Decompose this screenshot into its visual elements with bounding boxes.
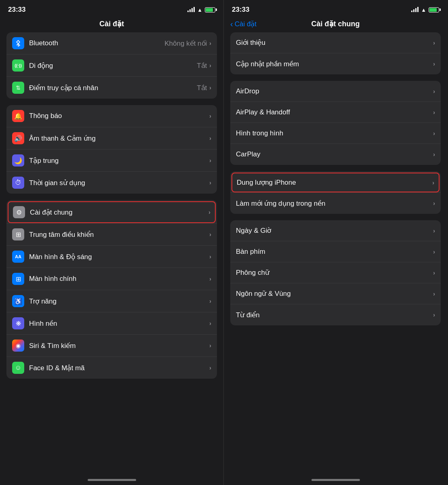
row-background-app[interactable]: Làm mới ứng dụng trong nền › — [230, 193, 441, 214]
row-cellular[interactable]: ((·)) Di động Tắt › — [6, 55, 217, 77]
accessibility-icon: ♿ — [12, 295, 24, 307]
background-app-label: Làm mới ứng dụng trong nền — [236, 199, 433, 208]
right-wifi-icon: ▲ — [421, 7, 426, 13]
hotspot-label: Điểm truy cập cá nhân — [29, 84, 197, 92]
row-carplay[interactable]: CarPlay › — [230, 144, 441, 165]
faceid-chevron: › — [209, 365, 211, 371]
focus-chevron: › — [209, 157, 211, 164]
carplay-chevron: › — [433, 151, 435, 158]
cellular-label: Di động — [29, 61, 197, 70]
date-time-label: Ngày & Giờ — [236, 226, 433, 235]
control-label: Trung tâm điều khiển — [29, 230, 209, 239]
row-faceid[interactable]: ☺ Face ID & Mật mã › — [6, 357, 217, 379]
font-chevron: › — [433, 270, 435, 276]
row-screentime[interactable]: ⏱ Thời gian sử dụng › — [6, 172, 217, 194]
row-bluetooth[interactable]: Bluetooth Không kết nối › — [6, 32, 217, 55]
hotspot-icon: ⇅ — [12, 82, 24, 94]
left-scroll[interactable]: Bluetooth Không kết nối › ((·)) Di động … — [0, 32, 223, 476]
sounds-label: Âm thanh & Cảm ứng — [29, 134, 209, 143]
row-pip[interactable]: Hình trong hình › — [230, 123, 441, 144]
row-dictionary[interactable]: Từ điển › — [230, 304, 441, 325]
screentime-icon: ⏱ — [12, 177, 24, 189]
faceid-label: Face ID & Mật mã — [29, 364, 209, 372]
group-info: Giới thiệu › Cập nhật phần mềm › — [230, 32, 441, 74]
row-language-region[interactable]: Ngôn ngữ & Vùng › — [230, 283, 441, 304]
language-region-label: Ngôn ngữ & Vùng — [236, 289, 433, 298]
right-nav-title: Cài đặt chung — [311, 19, 360, 28]
row-hotspot[interactable]: ⇅ Điểm truy cập cá nhân Tắt › — [6, 77, 217, 99]
sounds-chevron: › — [209, 135, 211, 141]
carplay-label: CarPlay — [236, 150, 433, 158]
dictionary-chevron: › — [433, 312, 435, 318]
accessibility-label: Trợ năng — [29, 297, 209, 306]
row-date-time[interactable]: Ngày & Giờ › — [230, 220, 441, 241]
row-siri[interactable]: ◉ Siri & Tìm kiếm › — [6, 335, 217, 357]
right-nav-header: ‹ Cài đặt Cài đặt chung — [224, 18, 447, 32]
right-scroll[interactable]: Giới thiệu › Cập nhật phần mềm › AirDrop… — [224, 32, 447, 476]
screentime-label: Thời gian sử dụng — [29, 179, 209, 187]
accessibility-chevron: › — [209, 298, 211, 304]
right-battery-icon — [429, 7, 439, 13]
keyboard-chevron: › — [433, 249, 435, 255]
back-label: Cài đặt — [235, 20, 257, 28]
row-homescreen[interactable]: ⊞ Màn hình chính › — [6, 268, 217, 290]
right-signal-icon — [411, 7, 419, 12]
signal-icon — [187, 7, 195, 12]
row-focus[interactable]: 🌙 Tập trung › — [6, 150, 217, 172]
iphone-storage-label: Dung lượng iPhone — [237, 178, 432, 187]
right-status-bar: 23:33 ▲ — [224, 0, 447, 18]
row-font[interactable]: Phông chữ › — [230, 262, 441, 283]
general-label: Cài đặt chung — [30, 208, 208, 217]
background-app-chevron: › — [433, 200, 435, 207]
row-display[interactable]: AA Màn hình & Độ sáng › — [6, 246, 217, 268]
row-airplay-handoff[interactable]: AirPlay & Handoff › — [230, 102, 441, 123]
group-connectivity: Bluetooth Không kết nối › ((·)) Di động … — [6, 32, 217, 99]
row-sounds[interactable]: 🔊 Âm thanh & Cảm ứng › — [6, 127, 217, 150]
left-home-indicator — [88, 479, 136, 481]
row-accessibility[interactable]: ♿ Trợ năng › — [6, 290, 217, 312]
focus-icon: 🌙 — [12, 154, 24, 167]
row-airdrop[interactable]: AirDrop › — [230, 81, 441, 102]
group-datetime: Ngày & Giờ › Bàn phím › Phông chữ › Ngôn… — [230, 220, 441, 325]
cellular-value: Tắt — [197, 61, 207, 70]
row-notifications[interactable]: 🔔 Thông báo › — [6, 105, 217, 127]
right-battery-fill — [429, 8, 437, 12]
homescreen-chevron: › — [209, 276, 211, 282]
hotspot-chevron: › — [209, 84, 211, 91]
notifications-icon: 🔔 — [12, 110, 24, 122]
airdrop-label: AirDrop — [236, 87, 433, 95]
language-region-chevron: › — [433, 291, 435, 297]
siri-icon: ◉ — [12, 340, 24, 352]
left-time: 23:33 — [8, 6, 25, 14]
row-wallpaper[interactable]: ❋ Hình nền › — [6, 312, 217, 335]
back-arrow-icon: ‹ — [230, 20, 233, 28]
airdrop-chevron: › — [433, 88, 435, 95]
row-control[interactable]: ⊞ Trung tâm điều khiển › — [6, 224, 217, 246]
display-label: Màn hình & Độ sáng — [29, 253, 209, 261]
cellular-chevron: › — [209, 62, 211, 69]
homescreen-icon: ⊞ — [12, 273, 24, 285]
back-button[interactable]: ‹ Cài đặt — [230, 20, 257, 28]
group-sharing: AirDrop › AirPlay & Handoff › Hình trong… — [230, 81, 441, 165]
row-about[interactable]: Giới thiệu › — [230, 32, 441, 53]
siri-chevron: › — [209, 342, 211, 349]
siri-label: Siri & Tìm kiếm — [29, 342, 209, 350]
iphone-storage-chevron: › — [432, 179, 434, 186]
general-chevron: › — [208, 209, 210, 215]
display-icon: AA — [12, 251, 24, 263]
bluetooth-icon — [12, 37, 24, 49]
left-nav-header: Cài đặt — [0, 18, 223, 32]
right-home-indicator — [311, 479, 360, 481]
group-storage: Dung lượng iPhone › Làm mới ứng dụng tro… — [230, 171, 441, 214]
about-chevron: › — [433, 40, 435, 46]
row-software-update[interactable]: Cập nhật phần mềm › — [230, 53, 441, 74]
keyboard-label: Bàn phím — [236, 248, 433, 256]
screentime-chevron: › — [209, 179, 211, 186]
row-general[interactable]: ⚙ Cài đặt chung › — [8, 201, 216, 223]
dictionary-label: Từ điển — [236, 311, 433, 319]
row-iphone-storage[interactable]: Dung lượng iPhone › — [231, 173, 440, 192]
row-keyboard[interactable]: Bàn phím › — [230, 241, 441, 262]
control-chevron: › — [209, 231, 211, 238]
general-icon: ⚙ — [13, 206, 25, 218]
notifications-chevron: › — [209, 113, 211, 119]
